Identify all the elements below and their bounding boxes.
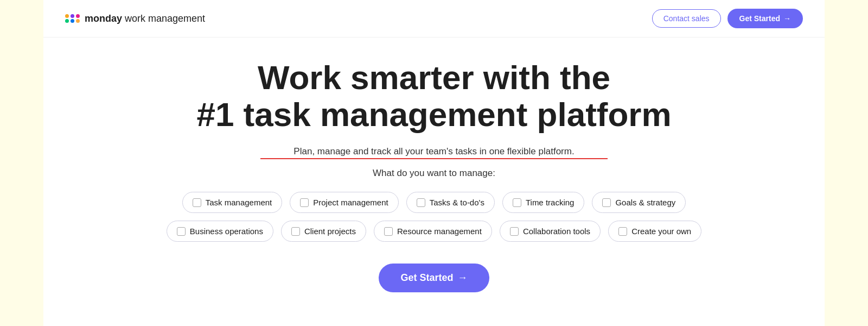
pills-row-2: Business operations Client projects Reso… xyxy=(167,221,701,242)
hero-subtitle: Plan, manage and track all your team's t… xyxy=(293,146,574,157)
main-get-started-button[interactable]: Get Started → xyxy=(379,264,489,292)
logo-dot-6 xyxy=(76,19,80,23)
nav-buttons: Contact sales Get Started → xyxy=(652,9,803,28)
checkbox-business-operations xyxy=(177,227,186,236)
hero-question: What do you want to manage: xyxy=(373,168,495,179)
pill-label: Client projects xyxy=(304,227,356,236)
pill-label: Business operations xyxy=(190,227,263,236)
checkbox-tasks-todo xyxy=(417,198,425,207)
nav-get-started-arrow: → xyxy=(783,14,791,23)
pill-label: Create your own xyxy=(631,227,691,236)
logo-dot-4 xyxy=(65,19,69,23)
pills-container: Task management Project management Tasks… xyxy=(167,192,701,242)
pill-label: Task management xyxy=(206,198,272,207)
logo-dot-3 xyxy=(76,14,80,18)
logo-dots xyxy=(65,14,80,23)
pill-business-operations[interactable]: Business operations xyxy=(167,221,273,242)
pill-tasks-todo[interactable]: Tasks & to-do's xyxy=(406,192,495,213)
hero-title: Work smarter with the #1 task management… xyxy=(196,59,671,133)
cta-section: Get Started → xyxy=(379,259,489,305)
checkbox-collaboration-tools xyxy=(510,227,519,236)
pill-label: Collaboration tools xyxy=(523,227,590,236)
checkbox-resource-management xyxy=(384,227,393,236)
page-wrapper: monday work management Contact sales Get… xyxy=(0,0,868,326)
logo-area: monday work management xyxy=(65,13,205,24)
main-content: monday work management Contact sales Get… xyxy=(43,0,825,326)
pill-label: Resource management xyxy=(397,227,482,236)
pill-label: Time tracking xyxy=(526,198,574,207)
pill-label: Project management xyxy=(313,198,388,207)
cta-label: Get Started xyxy=(400,272,453,284)
pill-project-management[interactable]: Project management xyxy=(290,192,398,213)
checkbox-time-tracking xyxy=(513,198,521,207)
hero-title-line1: Work smarter with the xyxy=(258,59,610,96)
hero-title-line2: #1 task management platform xyxy=(196,96,671,133)
checkbox-goals-strategy xyxy=(602,198,611,207)
pill-task-management[interactable]: Task management xyxy=(182,192,283,213)
hero-section: Work smarter with the #1 task management… xyxy=(43,37,825,305)
logo-dot-1 xyxy=(65,14,69,18)
pill-collaboration-tools[interactable]: Collaboration tools xyxy=(500,221,601,242)
navbar: monday work management Contact sales Get… xyxy=(43,0,825,37)
pill-create-your-own[interactable]: Create your own xyxy=(608,221,701,242)
logo-brand: monday xyxy=(85,13,122,24)
logo-dot-2 xyxy=(71,14,74,18)
logo-text: monday work management xyxy=(85,13,205,24)
pill-label: Tasks & to-do's xyxy=(430,198,484,207)
logo-dot-5 xyxy=(71,19,74,23)
pill-goals-strategy[interactable]: Goals & strategy xyxy=(592,192,686,213)
nav-get-started-button[interactable]: Get Started → xyxy=(727,9,803,28)
pill-label: Goals & strategy xyxy=(615,198,675,207)
checkbox-create-your-own xyxy=(618,227,627,236)
pill-time-tracking[interactable]: Time tracking xyxy=(502,192,584,213)
pills-row-1: Task management Project management Tasks… xyxy=(182,192,686,213)
checkbox-task-management xyxy=(193,198,201,207)
pill-client-projects[interactable]: Client projects xyxy=(281,221,366,242)
pill-resource-management[interactable]: Resource management xyxy=(374,221,492,242)
contact-sales-button[interactable]: Contact sales xyxy=(652,9,721,28)
nav-get-started-label: Get Started xyxy=(739,14,780,23)
checkbox-client-projects xyxy=(291,227,300,236)
cta-arrow: → xyxy=(458,272,468,284)
checkbox-project-management xyxy=(300,198,309,207)
logo-suffix: work management xyxy=(122,13,205,24)
